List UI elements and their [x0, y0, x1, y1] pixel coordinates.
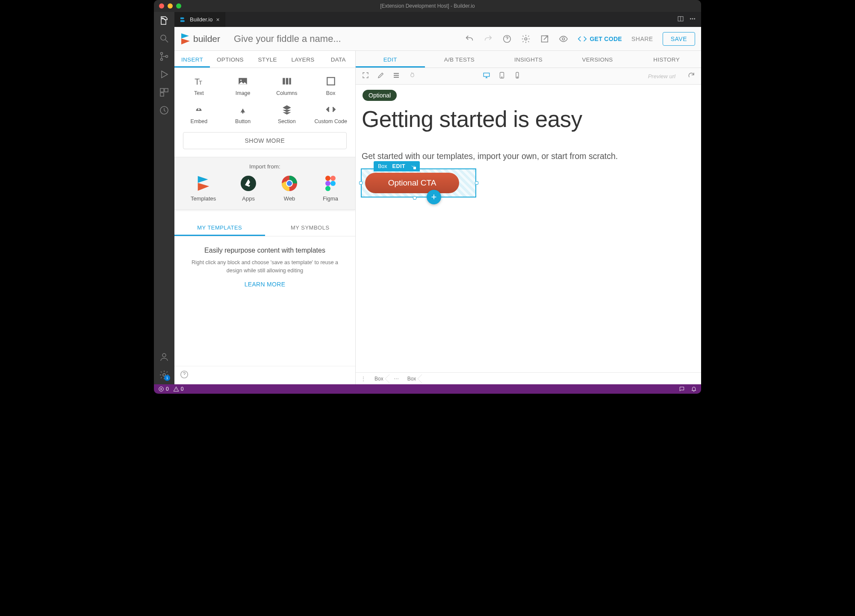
selected-element[interactable]: Box EDIT Optional CTA + — [362, 168, 468, 197]
tab-ab-tests[interactable]: A/B TESTS — [425, 51, 494, 68]
manage-gear-icon[interactable]: 1 — [159, 370, 169, 380]
redo-icon[interactable] — [484, 34, 493, 44]
breadcrumb-drag-icon[interactable]: ⋮ — [358, 376, 369, 382]
left-tabs: INSERT OPTIONS STYLE LAYERS DATA — [174, 51, 355, 68]
block-label: Image — [236, 90, 251, 96]
window-controls — [154, 3, 181, 9]
status-warnings[interactable]: 0 — [173, 386, 184, 392]
grid-icon[interactable] — [392, 71, 400, 81]
help-icon[interactable] — [502, 34, 512, 44]
pencil-icon[interactable] — [377, 71, 385, 81]
tab-options[interactable]: OPTIONS — [210, 51, 251, 68]
undo-icon[interactable] — [465, 34, 474, 44]
device-mobile-icon[interactable] — [513, 71, 521, 81]
run-debug-icon[interactable] — [159, 69, 169, 80]
block-columns[interactable]: Columns — [265, 76, 309, 96]
warning-count: 0 — [181, 386, 184, 392]
block-custom-code[interactable]: Custom Code — [309, 104, 353, 124]
resize-handle-e[interactable] — [475, 181, 478, 185]
block-text[interactable]: TT Text — [177, 76, 221, 96]
import-templates[interactable]: Templates — [191, 175, 216, 202]
chrome-icon — [281, 175, 298, 192]
import-figma[interactable]: Figma — [322, 175, 339, 202]
builder-header: builder GET CODE — [174, 27, 701, 51]
preview-url-input[interactable]: Preview url — [648, 73, 675, 80]
import-apps[interactable]: Apps — [240, 175, 257, 202]
tab-insert[interactable]: INSERT — [174, 51, 210, 68]
fiddle-name-input[interactable] — [233, 33, 353, 45]
settings-badge: 1 — [164, 375, 170, 381]
breadcrumb-more-icon[interactable]: ⋯ — [391, 376, 401, 382]
block-section[interactable]: Section — [265, 104, 309, 124]
svg-point-21 — [240, 80, 242, 81]
save-button[interactable]: SAVE — [663, 32, 695, 46]
flame-icon[interactable] — [408, 71, 416, 81]
block-button[interactable]: Button — [221, 104, 265, 124]
help-circle-icon[interactable] — [180, 373, 189, 380]
resize-handle-s[interactable] — [413, 196, 416, 200]
block-label: Button — [235, 118, 251, 124]
breadcrumb-item[interactable]: Box — [370, 374, 389, 383]
titlebar: [Extension Development Host] - Builder.i… — [154, 0, 701, 12]
button-icon — [237, 104, 248, 115]
share-button[interactable]: SHARE — [631, 35, 653, 42]
tab-insights[interactable]: INSIGHTS — [494, 51, 563, 68]
close-window-button[interactable] — [159, 3, 164, 9]
svg-point-32 — [325, 181, 330, 186]
refresh-icon[interactable] — [687, 71, 695, 81]
explorer-icon[interactable] — [159, 15, 169, 26]
minimize-window-button[interactable] — [168, 3, 173, 9]
figma-icon — [322, 175, 339, 192]
edit-toolbar: Preview url — [356, 68, 701, 85]
tab-close-icon[interactable]: × — [216, 16, 219, 23]
device-desktop-icon[interactable] — [483, 71, 490, 81]
breadcrumb-item[interactable]: Box — [403, 374, 422, 383]
extensions-icon[interactable] — [159, 87, 169, 97]
hero-heading[interactable]: Getting started is easy — [362, 106, 582, 132]
svg-point-3 — [166, 56, 168, 58]
source-control-icon[interactable] — [159, 51, 169, 62]
preview-eye-icon[interactable] — [559, 34, 568, 44]
more-actions-icon[interactable] — [689, 15, 696, 24]
svg-rect-6 — [160, 93, 164, 96]
device-tablet-icon[interactable] — [498, 71, 506, 81]
tab-data[interactable]: DATA — [321, 51, 356, 68]
hero-subtext[interactable]: Get started with our templates, import y… — [362, 151, 618, 161]
search-icon[interactable] — [159, 33, 169, 44]
code-icon — [325, 104, 336, 115]
bell-icon[interactable] — [691, 386, 697, 392]
tab-history[interactable]: HISTORY — [632, 51, 701, 68]
tab-style[interactable]: STYLE — [251, 51, 285, 68]
add-block-button[interactable]: + — [427, 190, 441, 204]
resize-handle-w[interactable] — [359, 181, 363, 185]
feedback-icon[interactable] — [679, 386, 685, 392]
cta-button[interactable]: Optional CTA — [365, 173, 459, 193]
import-web[interactable]: Web — [281, 175, 298, 202]
tab-layers[interactable]: LAYERS — [284, 51, 321, 68]
tab-my-templates[interactable]: MY TEMPLATES — [174, 218, 265, 236]
optional-badge: Optional — [363, 90, 397, 101]
status-errors[interactable]: 0 — [158, 386, 169, 392]
show-more-button[interactable]: SHOW MORE — [183, 132, 347, 149]
section-icon — [281, 104, 292, 115]
accounts-icon[interactable] — [159, 352, 169, 362]
block-box[interactable]: Box — [309, 76, 353, 96]
get-code-button[interactable]: GET CODE — [578, 34, 622, 44]
open-external-icon[interactable] — [540, 34, 549, 44]
block-embed[interactable]: Embed — [177, 104, 221, 124]
fullscreen-icon[interactable] — [362, 71, 369, 81]
apps-icon — [240, 175, 257, 192]
tab-my-symbols[interactable]: MY SYMBOLS — [265, 218, 356, 236]
tab-builder-io[interactable]: Builder.io × — [174, 12, 225, 27]
text-icon: TT — [193, 76, 204, 87]
tab-edit[interactable]: EDIT — [356, 51, 425, 68]
learn-more-link[interactable]: LEARN MORE — [184, 281, 346, 288]
settings-gear-icon[interactable] — [521, 34, 531, 44]
editor-canvas[interactable]: Optional Getting started is easy Get sta… — [356, 85, 701, 372]
resize-handle-n[interactable] — [413, 166, 416, 170]
timeline-icon[interactable] — [159, 105, 169, 115]
zoom-window-button[interactable] — [176, 3, 181, 9]
block-image[interactable]: Image — [221, 76, 265, 96]
split-editor-icon[interactable] — [677, 15, 684, 24]
tab-versions[interactable]: VERSIONS — [563, 51, 632, 68]
